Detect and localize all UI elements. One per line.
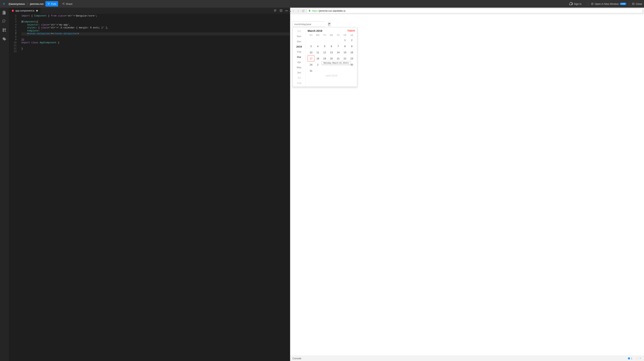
day-cell[interactable]: 19 <box>321 56 328 62</box>
day-cell[interactable]: 31 <box>308 68 314 74</box>
day-cell[interactable]: 15 <box>342 49 348 56</box>
console-bar[interactable]: Console 1 <box>290 356 644 361</box>
preview-toolbar: https://jemrme.run.stackblitz.io <box>290 8 644 14</box>
day-cell[interactable]: 5 <box>321 43 328 49</box>
console-expand-icon[interactable] <box>639 357 642 360</box>
calendar-title[interactable]: March 2019 <box>308 29 322 32</box>
format-icon[interactable] <box>274 9 277 13</box>
breadcrumb: @anonymous / jemrme.run <box>8 2 44 5</box>
console-info-badge[interactable]: 1 <box>628 357 632 360</box>
split-handle-icon[interactable] <box>290 11 291 12</box>
datepicker: OctNovDec2019FebMarAprMayJunJulAug March… <box>292 22 357 87</box>
month-strip-item[interactable]: 2019 <box>293 44 306 49</box>
empty-cell <box>321 37 328 43</box>
nav-back-icon <box>292 10 295 12</box>
dow-label: MO <box>314 34 321 36</box>
day-cell[interactable]: 22 <box>342 56 348 62</box>
day-cell[interactable]: 10 <box>308 49 314 56</box>
empty-cell <box>348 68 355 74</box>
month-strip-item[interactable]: Feb <box>293 49 306 54</box>
day-cell[interactable]: 16 <box>348 49 355 56</box>
nav-forward-icon <box>297 10 300 12</box>
month-strip-item[interactable]: Jul <box>293 75 306 80</box>
angular-file-icon <box>12 10 14 12</box>
day-cell[interactable]: 13 <box>328 49 335 56</box>
day-cell[interactable]: 1 <box>342 37 348 43</box>
more-actions-icon[interactable]: ••• <box>285 10 288 12</box>
month-strip-item[interactable]: Aug <box>293 80 306 86</box>
day-cell[interactable]: 9 <box>348 43 355 49</box>
datepicker-input[interactable] <box>293 22 328 27</box>
day-cell[interactable]: 21 <box>335 56 342 62</box>
open-new-window-button[interactable]: Open in New Window LIVE <box>591 2 626 5</box>
day-cell[interactable]: 17 <box>308 56 314 62</box>
fork-button[interactable]: Fork <box>46 1 58 6</box>
code-content[interactable]: import { Component } from class='str'>'@… <box>19 14 290 361</box>
share-button[interactable]: Share <box>60 1 74 6</box>
empty-cell <box>328 68 335 74</box>
day-cell[interactable]: 14 <box>335 49 342 56</box>
day-cell[interactable]: 8 <box>342 43 348 49</box>
split-editor-icon[interactable] <box>280 9 282 13</box>
day-cell[interactable]: 18 <box>314 56 321 62</box>
month-strip-item[interactable]: Apr <box>293 60 306 65</box>
month-strip-item[interactable]: Nov <box>293 34 306 39</box>
day-cell[interactable]: 20 <box>328 56 335 62</box>
url-protocol: https:// <box>312 10 319 12</box>
live-badge: LIVE <box>620 3 626 5</box>
search-icon[interactable] <box>2 19 7 24</box>
day-cell[interactable]: 2 <box>348 37 355 43</box>
project-link[interactable]: jemrme.run <box>30 2 44 5</box>
activity-bar <box>0 8 9 361</box>
calendar-popup: OctNovDec2019FebMarAprMayJunJulAug March… <box>292 27 357 87</box>
day-cell[interactable]: 11 <box>314 49 321 56</box>
fork-label: Fork <box>51 2 56 5</box>
day-cell[interactable]: 23 <box>348 56 355 62</box>
tab-app-component[interactable]: app.component.ts <box>9 8 40 14</box>
empty-cell <box>335 68 342 74</box>
reload-icon[interactable] <box>302 10 305 12</box>
next-month-peek: April 2019 <box>308 74 355 77</box>
dow-label: TH <box>335 34 342 36</box>
calendar-main: March 2019 TODAY SUMOTUWETHFRSA 12345678… <box>306 28 357 86</box>
empty-cell <box>314 68 321 74</box>
month-nav-strip[interactable]: OctNovDec2019FebMarAprMayJunJulAug <box>293 28 306 86</box>
dow-label: FR <box>342 34 348 36</box>
month-strip-item[interactable]: Oct <box>293 28 306 34</box>
console-info-count: 1 <box>631 357 632 360</box>
today-button[interactable]: TODAY <box>347 30 355 32</box>
day-of-week-row: SUMOTUWETHFRSA <box>308 34 355 36</box>
empty-cell <box>342 68 348 74</box>
signin-button[interactable]: Sign in <box>569 2 582 6</box>
day-cell[interactable]: 4 <box>314 43 321 49</box>
share-label: Share <box>66 2 72 5</box>
code-editor[interactable]: 12345678910111213 import { Component } f… <box>9 14 290 361</box>
console-label: Console <box>292 357 301 360</box>
month-strip-item[interactable]: Jun <box>293 70 306 75</box>
preview-body: OctNovDec2019FebMarAprMayJunJulAug March… <box>290 14 644 361</box>
day-cell[interactable]: 24 <box>308 62 314 68</box>
ports-icon[interactable] <box>2 28 7 32</box>
day-cell[interactable]: 3 <box>308 43 314 49</box>
calendar-grid: 1234567891011121314151617181920212223242… <box>308 37 355 74</box>
editor-pane: app.component.ts ••• 12345678910111213 i… <box>9 8 290 361</box>
empty-cell <box>335 37 342 43</box>
top-bar: @anonymous / jemrme.run Fork Share Sign … <box>0 0 644 8</box>
main-layout: app.component.ts ••• 12345678910111213 i… <box>0 8 644 361</box>
month-strip-item[interactable]: Mar <box>293 54 306 60</box>
day-cell[interactable]: 12 <box>321 49 328 56</box>
month-strip-item[interactable]: May <box>293 65 306 70</box>
calendar-toggle-icon[interactable] <box>328 22 331 27</box>
close-button[interactable]: Close <box>632 2 642 5</box>
month-strip-item[interactable]: Dec <box>293 39 306 44</box>
empty-cell <box>321 68 328 74</box>
preview-url-bar[interactable]: https://jemrme.run.stackblitz.io <box>307 8 642 13</box>
day-cell[interactable]: 2Monday, March 18, 2019 } <box>314 62 321 68</box>
explorer-icon[interactable] <box>2 10 7 15</box>
day-cell[interactable]: 6 <box>328 43 335 49</box>
owner-link[interactable]: @anonymous <box>8 2 25 5</box>
day-cell[interactable]: 7 <box>335 43 342 49</box>
stackblitz-bolt-icon <box>2 2 6 6</box>
empty-cell <box>328 37 335 43</box>
settings-gear-icon[interactable] <box>2 37 7 42</box>
